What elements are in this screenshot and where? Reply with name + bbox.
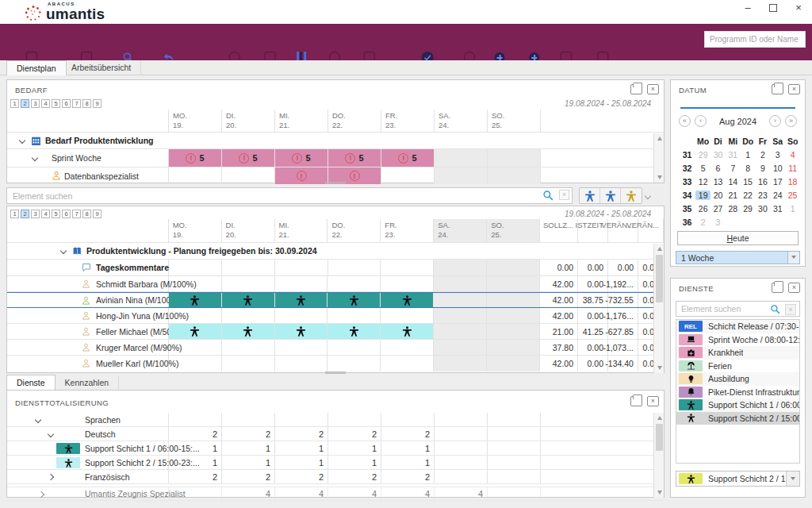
day-cell[interactable] <box>327 276 381 291</box>
service-cell-cyan[interactable] <box>169 324 222 339</box>
demand-cell[interactable] <box>222 167 275 184</box>
day-cell-weekend[interactable] <box>487 308 540 323</box>
program-search-input[interactable] <box>704 31 806 48</box>
day-cell-weekend[interactable] <box>487 324 540 339</box>
calendar-day[interactable]: 6 <box>710 164 726 173</box>
service-cell-teal[interactable] <box>275 293 328 307</box>
service-cell-teal[interactable] <box>327 293 381 307</box>
employee-row[interactable]: Mueller Karl (M/100%) 42.000.00-134.400.… <box>7 356 664 371</box>
collapse-chevron-icon[interactable] <box>19 137 25 144</box>
employee-row[interactable]: Kruger Marcel (M/90%) 37.800.00-1,073...… <box>7 340 664 356</box>
selected-dienst-combo[interactable]: Support Schicht 2 / 15:00-2... <box>676 471 800 487</box>
totals-row-umantis-zeugnis[interactable]: Umantis Zeugnis Spezialist 44444 <box>7 487 664 501</box>
calendar-day[interactable]: 18 <box>785 177 800 187</box>
page-button[interactable]: 3 <box>31 210 40 218</box>
day-cell-weekend[interactable] <box>434 260 487 275</box>
calendar-day[interactable]: 23 <box>756 190 771 200</box>
page-button[interactable]: 4 <box>41 99 50 108</box>
day-cell[interactable] <box>169 276 222 291</box>
day-cell[interactable] <box>381 308 434 323</box>
day-cell-weekend[interactable] <box>434 356 487 371</box>
tab-arbeitsuebersicht[interactable]: Arbeitsübersicht <box>62 60 141 75</box>
day-cell[interactable] <box>327 308 381 323</box>
tab-dienstplan[interactable]: Dienstplan <box>6 60 67 75</box>
close-panel-icon[interactable]: × <box>788 84 800 94</box>
page-button[interactable]: 3 <box>31 99 40 108</box>
totals-row-deutsch[interactable]: Deutsch 22222 <box>7 427 664 441</box>
day-cell-weekend[interactable] <box>434 324 487 339</box>
day-cell[interactable] <box>222 340 275 355</box>
page-button[interactable]: 1 <box>10 210 19 218</box>
day-cell[interactable] <box>169 260 222 275</box>
demand-cell[interactable]: !5 <box>328 149 381 167</box>
day-cell[interactable] <box>275 340 328 355</box>
totals-vertical-scrollbar[interactable] <box>653 413 664 498</box>
heute-button[interactable]: Heute <box>677 231 799 245</box>
calendar-day-today[interactable]: 19 <box>695 190 710 200</box>
page-button[interactable]: 4 <box>41 210 50 218</box>
calendar-day[interactable]: 17 <box>770 177 785 187</box>
next-year-button[interactable]: » <box>785 115 797 127</box>
window-minimize-button[interactable]: – <box>741 2 755 13</box>
page-button[interactable]: 5 <box>52 210 60 218</box>
day-cell-weekend[interactable] <box>487 356 540 371</box>
demand-cell[interactable]: !5 <box>381 149 435 167</box>
day-cell[interactable] <box>222 356 275 371</box>
page-button[interactable]: 7 <box>72 210 81 218</box>
calendar-day[interactable]: 3 <box>770 150 785 160</box>
collapse-chevron-icon[interactable] <box>48 431 54 437</box>
clear-search-icon[interactable]: × <box>559 190 569 200</box>
chevron-down-icon[interactable] <box>786 471 799 486</box>
demand-cell-weekend[interactable] <box>435 167 488 184</box>
demand-cell[interactable] <box>381 167 435 184</box>
service-cell-teal[interactable] <box>222 293 275 307</box>
page-button[interactable]: 6 <box>62 210 71 218</box>
calendar-day[interactable]: 3 <box>710 217 726 227</box>
day-cell[interactable] <box>381 356 434 371</box>
day-cell[interactable] <box>222 308 275 323</box>
day-cell[interactable] <box>275 260 328 275</box>
dienst-item-ferien[interactable]: Ferien <box>676 360 799 373</box>
calendar-day[interactable]: 2 <box>695 217 710 227</box>
page-button[interactable]: 9 <box>93 210 102 218</box>
calendar-day[interactable]: 31 <box>770 204 785 214</box>
day-cell-weekend[interactable] <box>487 260 540 275</box>
day-cell[interactable] <box>381 340 434 355</box>
dienst-item-schicht-release[interactable]: REL Schicht Release / 07:30-12:00... <box>676 320 799 333</box>
calendar-day[interactable]: 4 <box>785 150 800 160</box>
day-cell-weekend[interactable] <box>487 293 540 307</box>
calendar-day[interactable]: 1 <box>785 204 800 214</box>
calendar-day[interactable]: 11 <box>785 164 800 173</box>
page-button-selected[interactable]: 2 <box>21 210 29 218</box>
calendar-day[interactable]: 24 <box>770 190 785 200</box>
calendar-day[interactable]: 13 <box>710 177 726 187</box>
bedarf-row-sprint-woche[interactable]: Sprint Woche !5 !5 !5 !5 !5 <box>7 149 664 167</box>
window-close-button[interactable]: × <box>791 2 806 13</box>
team-view-button[interactable] <box>621 188 642 203</box>
page-button[interactable]: 1 <box>10 99 19 108</box>
expand-chevron-icon[interactable] <box>38 491 44 498</box>
tab-dienste[interactable]: Dienste <box>6 375 56 390</box>
calendar-day[interactable]: 22 <box>741 190 756 200</box>
page-button[interactable]: 8 <box>82 99 91 108</box>
page-button[interactable]: 6 <box>62 99 71 108</box>
day-cell-weekend[interactable] <box>434 340 487 355</box>
day-cell[interactable] <box>169 356 222 371</box>
calendar-day[interactable]: 12 <box>695 177 710 187</box>
dienste-search-input[interactable] <box>676 302 799 316</box>
calendar-day[interactable]: 1 <box>741 150 756 160</box>
collapse-chevron-icon[interactable] <box>60 248 67 254</box>
bedarf-vertical-scrollbar[interactable] <box>653 133 664 183</box>
employee-row-selected[interactable]: Avinian Nina (M/100%) 42.0038.75-732.550… <box>7 292 664 308</box>
page-button[interactable]: 9 <box>93 99 102 108</box>
page-button[interactable]: 7 <box>72 99 81 108</box>
demand-cell-weekend[interactable] <box>435 149 488 167</box>
totals-row-support-schicht-1[interactable]: Support Schicht 1 / 06:00-15:... 11111 <box>7 441 664 456</box>
day-cell[interactable] <box>275 356 328 371</box>
calendar-day[interactable]: 27 <box>710 204 726 214</box>
bedarf-group-row[interactable]: Bedarf Produktentwicklung <box>7 133 664 149</box>
demand-cell-weekend[interactable] <box>488 149 541 167</box>
element-search-input[interactable] <box>6 187 573 204</box>
demand-cell-weekend[interactable] <box>488 167 541 184</box>
demand-cell[interactable]: !5 <box>275 149 328 167</box>
